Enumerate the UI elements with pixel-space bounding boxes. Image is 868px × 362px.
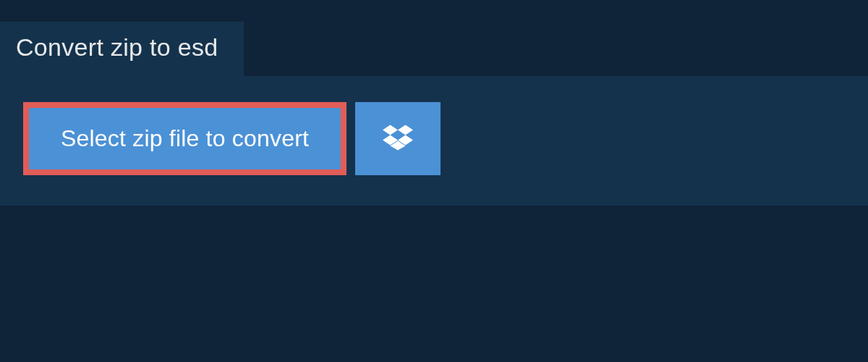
tab-bar: Convert zip to esd bbox=[0, 0, 868, 76]
select-file-button[interactable]: Select zip file to convert bbox=[23, 102, 346, 175]
tab-title: Convert zip to esd bbox=[16, 33, 218, 61]
select-file-label: Select zip file to convert bbox=[61, 125, 309, 152]
dropbox-button[interactable] bbox=[355, 102, 441, 175]
conversion-panel: Select zip file to convert bbox=[0, 76, 868, 206]
button-row: Select zip file to convert bbox=[23, 102, 845, 175]
tab-convert[interactable]: Convert zip to esd bbox=[0, 22, 244, 76]
dropbox-icon bbox=[383, 122, 413, 156]
